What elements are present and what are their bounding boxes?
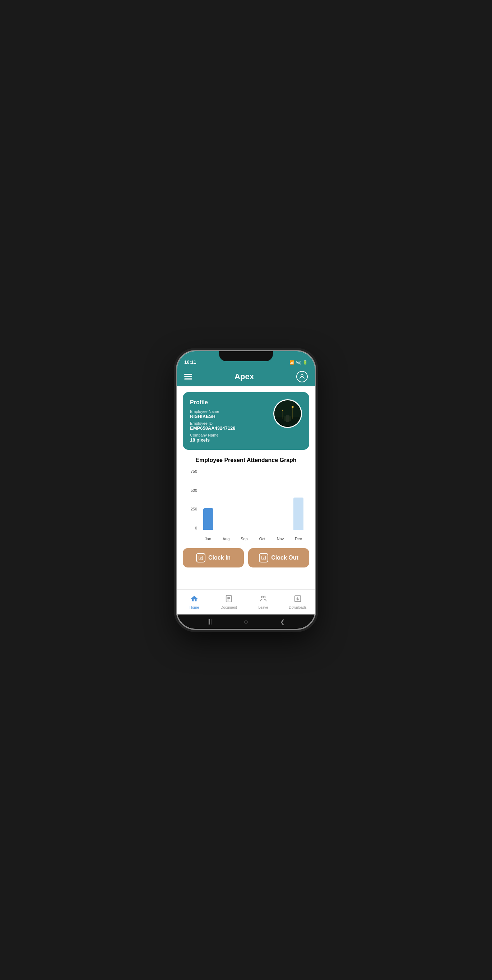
leave-icon [259, 595, 267, 605]
status-time: 16:11 [184, 360, 196, 365]
x-label-jan: Jan [201, 537, 215, 541]
x-label-dec: Dec [291, 537, 306, 541]
nav-downloads[interactable]: Downloads [281, 592, 315, 612]
employee-name-label: Employee Name [190, 409, 273, 414]
chart-y-labels: 750 500 250 0 [183, 469, 197, 530]
nav-document[interactable]: Document [211, 592, 246, 612]
bar-nav [273, 469, 288, 530]
employee-name-value: RISHIKESH [190, 414, 273, 419]
bar-dec [291, 469, 306, 530]
nav-downloads-label: Downloads [289, 606, 306, 609]
bar-sep [237, 469, 251, 530]
clock-in-icon [196, 553, 205, 562]
svg-point-3 [292, 406, 294, 408]
nav-home[interactable]: Home [177, 592, 211, 612]
nav-document-label: Document [220, 606, 237, 609]
phone-screen: 16:11 📶 Vo) 🔋 Apex [177, 351, 315, 629]
downloads-icon [294, 595, 302, 605]
company-name-value: 18 pixels [190, 437, 273, 443]
back-button[interactable]: ❮ [280, 619, 285, 625]
avatar [273, 399, 302, 428]
bar-oct [256, 469, 270, 530]
employee-id-value: EMP658AA43247128 [190, 425, 273, 431]
x-label-sep: Sep [237, 537, 251, 541]
chart-x-labels: Jan Aug Sep Oct Nav Dec [201, 537, 306, 541]
svg-rect-8 [286, 415, 289, 422]
y-label-500: 500 [183, 488, 197, 493]
clock-out-button[interactable]: Clock Out [248, 548, 309, 568]
clock-out-label: Clock Out [271, 555, 299, 561]
bar-jan-fill [203, 508, 213, 530]
chart-title: Employee Present Attendance Graph [183, 457, 309, 463]
recents-button[interactable]: ||| [207, 619, 211, 625]
bar-aug [219, 469, 233, 530]
svg-rect-9 [199, 556, 203, 560]
x-label-aug: Aug [219, 537, 233, 541]
document-icon [225, 595, 233, 605]
svg-point-12 [263, 557, 264, 558]
x-label-nav: Nav [273, 537, 287, 541]
y-label-0: 0 [183, 526, 197, 530]
app-header: Apex [177, 367, 315, 387]
home-button[interactable]: ○ [244, 618, 248, 626]
status-icons: 📶 Vo) 🔋 [289, 360, 308, 365]
phone-shell: 16:11 📶 Vo) 🔋 Apex [176, 350, 316, 630]
clock-buttons-row: Clock In Clock Out [183, 548, 309, 568]
clock-in-label: Clock In [208, 555, 230, 561]
chart-bars [201, 469, 306, 530]
y-label-250: 250 [183, 507, 197, 511]
bottom-nav: Home Document [177, 589, 315, 614]
clock-out-icon [259, 553, 268, 562]
profile-card: Profile Employee Name RISHIKESH Employee… [183, 392, 309, 450]
svg-point-18 [263, 596, 265, 598]
signal-icon: Vo) [296, 361, 301, 364]
svg-point-0 [301, 374, 303, 377]
nav-leave[interactable]: Leave [246, 592, 281, 612]
x-label-oct: Oct [255, 537, 269, 541]
notch [219, 351, 273, 361]
battery-icon: 🔋 [303, 360, 308, 365]
profile-info: Profile Employee Name RISHIKESH Employee… [190, 399, 273, 443]
phone-home-bar: ||| ○ ❮ [177, 614, 315, 629]
svg-point-5 [282, 410, 283, 411]
content-area: Profile Employee Name RISHIKESH Employee… [177, 387, 315, 589]
clock-in-button[interactable]: Clock In [183, 548, 244, 568]
svg-point-10 [200, 557, 201, 558]
employee-id-label: Employee ID [190, 421, 273, 425]
hamburger-menu[interactable] [184, 374, 192, 380]
y-label-750: 750 [183, 469, 197, 474]
attendance-chart-section: Employee Present Attendance Graph 750 50… [183, 457, 309, 541]
company-name-label: Company Name [190, 433, 273, 437]
bar-dec-fill [293, 498, 304, 530]
home-icon [190, 595, 198, 605]
chart-container: 750 500 250 0 [183, 469, 309, 541]
app-title: Apex [235, 372, 254, 381]
bar-jan [201, 469, 216, 530]
wifi-icon: 📶 [289, 360, 294, 365]
profile-icon-button[interactable] [296, 371, 308, 382]
profile-section-label: Profile [190, 399, 273, 406]
nav-home-label: Home [190, 606, 199, 609]
nav-leave-label: Leave [258, 606, 268, 609]
svg-rect-11 [262, 556, 266, 560]
